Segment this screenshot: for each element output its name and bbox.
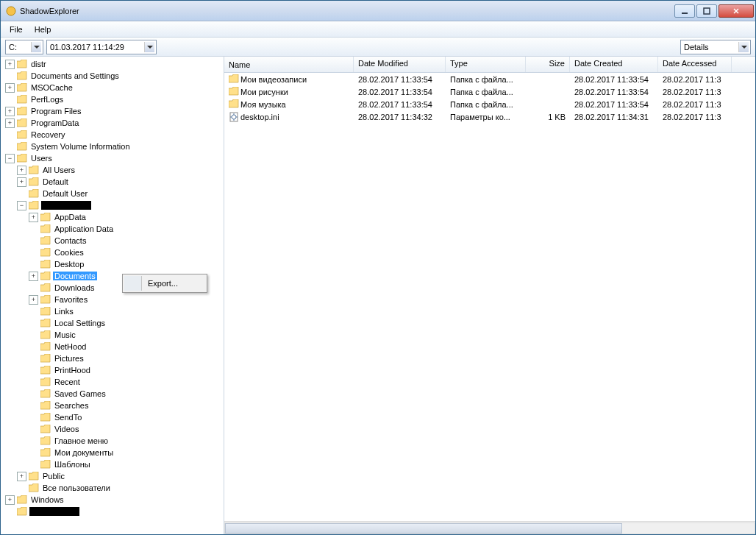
col-size[interactable]: Size (526, 57, 570, 72)
expand-icon[interactable]: + (29, 272, 38, 281)
list-body[interactable]: Мои видеозаписи28.02.2017 11:33:54Папка … (224, 73, 755, 521)
tree-item[interactable]: PrintHood (29, 364, 224, 376)
tree-item[interactable]: Links (29, 305, 224, 317)
tree-item[interactable]: +All Users (17, 164, 224, 176)
maximize-button[interactable] (696, 4, 717, 18)
file-row[interactable]: Мои рисунки28.02.2017 11:33:54Папка с фа… (224, 85, 755, 98)
context-menu-export[interactable]: Export... (124, 276, 205, 291)
folder-icon (40, 295, 51, 304)
menu-help[interactable]: Help (29, 24, 57, 35)
expander-empty (29, 448, 38, 458)
tree-item[interactable]: −Users (5, 152, 224, 164)
expand-icon[interactable]: + (17, 166, 26, 175)
folder-icon (40, 272, 51, 280)
tree-panel[interactable]: +distrDocuments and Settings+MSOCachePer… (1, 57, 224, 534)
tree-item[interactable]: Application Data (29, 223, 224, 235)
tree-item-label: Favorites (53, 295, 89, 304)
scrollbar-thumb[interactable] (225, 523, 622, 534)
tree-item[interactable]: SendTo (29, 411, 224, 423)
tree-item[interactable]: +Windows (5, 494, 224, 506)
folder-icon (40, 425, 51, 433)
tree-item[interactable]: PerfLogs (5, 93, 224, 105)
tree-item[interactable]: +AppData (29, 211, 224, 223)
tree-item-label: PrintHood (53, 366, 92, 375)
tree-item-label: Desktop (53, 260, 85, 269)
tree-item[interactable]: +MSOCache (5, 82, 224, 93)
expander-empty (29, 319, 38, 328)
expander-empty (5, 130, 15, 140)
titlebar[interactable]: ShadowExplorer (1, 1, 755, 21)
tree-item[interactable]: Мои документы (29, 447, 224, 458)
tree-item[interactable]: Local Settings (29, 317, 224, 329)
file-row[interactable]: Мои видеозаписи28.02.2017 11:33:54Папка … (224, 73, 755, 85)
tree-item-label: distr (29, 60, 48, 68)
view-selector[interactable]: Details (680, 40, 751, 54)
tree-item[interactable]: Recovery (5, 129, 224, 141)
tree-item[interactable]: Videos (29, 423, 224, 435)
file-name: Мои рисунки (240, 88, 288, 96)
chevron-down-icon (738, 42, 749, 52)
expand-icon[interactable]: + (5, 107, 15, 116)
snapshot-selector[interactable]: 01.03.2017 11:14:29 (46, 40, 157, 54)
file-row[interactable]: Моя музыка28.02.2017 11:33:54Папка с фай… (224, 98, 755, 110)
folder-icon (40, 401, 51, 410)
tree-item[interactable]: Saved Games (29, 388, 224, 400)
collapse-icon[interactable]: − (17, 201, 26, 210)
expand-icon[interactable]: + (5, 118, 15, 128)
tree-item[interactable]: Cookies (29, 247, 224, 258)
folder-icon (17, 71, 27, 80)
col-name[interactable]: Name (224, 57, 354, 72)
expand-icon[interactable]: + (29, 213, 38, 222)
col-type[interactable]: Type (446, 57, 526, 72)
tree-item-label: Мои документы (53, 448, 115, 457)
expand-icon[interactable]: + (5, 60, 15, 69)
tree-item[interactable]: +Program Files (5, 105, 224, 117)
tree-item[interactable]: Главное меню (29, 435, 224, 447)
file-accessed: 28.02.2017 11:3 (658, 113, 732, 121)
tree-item[interactable]: Music (29, 329, 224, 341)
tree-item-label (41, 201, 91, 210)
expand-icon[interactable]: + (17, 177, 26, 187)
expand-icon[interactable]: + (17, 472, 26, 481)
tree-item-label: Contacts (53, 236, 88, 245)
menu-file[interactable]: File (4, 24, 29, 35)
expand-icon[interactable]: + (5, 83, 15, 93)
tree-item[interactable]: +distr (5, 58, 224, 70)
tree-item[interactable]: Pictures (29, 352, 224, 364)
folder-icon (40, 366, 51, 375)
tree-item[interactable]: Searches (29, 400, 224, 411)
tree-item-label: Главное меню (53, 436, 110, 445)
tree-item[interactable]: Default User (17, 188, 224, 199)
drive-selector[interactable]: C: (5, 40, 43, 54)
collapse-icon[interactable]: − (5, 154, 15, 163)
expand-icon[interactable]: + (5, 495, 15, 505)
tree-item-label: Recovery (29, 130, 66, 139)
tree-item[interactable]: +Default (17, 176, 224, 188)
close-button[interactable] (718, 4, 754, 18)
tree-item[interactable]: Contacts (29, 235, 224, 247)
tree-item[interactable]: NetHood (29, 341, 224, 352)
snapshot-value: 01.03.2017 11:14:29 (50, 43, 144, 52)
tree-item[interactable]: Recent (29, 376, 224, 388)
ini-file-icon (229, 112, 239, 122)
tree-item[interactable]: Все пользователи (17, 482, 224, 494)
tree-item[interactable]: Desktop (29, 258, 224, 270)
tree-item[interactable] (5, 506, 224, 517)
minimize-button[interactable] (674, 4, 695, 18)
tree-item[interactable]: Documents and Settings (5, 70, 224, 82)
tree-item[interactable]: − (17, 199, 224, 211)
horizontal-scrollbar[interactable] (224, 521, 755, 534)
tree-item[interactable]: +Public (17, 470, 224, 482)
tree-item[interactable]: Шаблоны (29, 458, 224, 470)
col-modified[interactable]: Date Modified (354, 57, 446, 72)
tree-item[interactable]: +ProgramData (5, 117, 224, 129)
tree-item-label: SendTo (53, 413, 83, 422)
tree-item-label: MSOCache (29, 83, 74, 92)
col-created[interactable]: Date Created (570, 57, 658, 72)
window-controls (674, 4, 754, 18)
tree-item[interactable]: +Favorites (29, 294, 224, 305)
expand-icon[interactable]: + (29, 295, 38, 305)
tree-item[interactable]: System Volume Information (5, 141, 224, 152)
file-row[interactable]: desktop.ini28.02.2017 11:34:32Параметры … (224, 110, 755, 123)
col-accessed[interactable]: Date Accessed (658, 57, 732, 72)
